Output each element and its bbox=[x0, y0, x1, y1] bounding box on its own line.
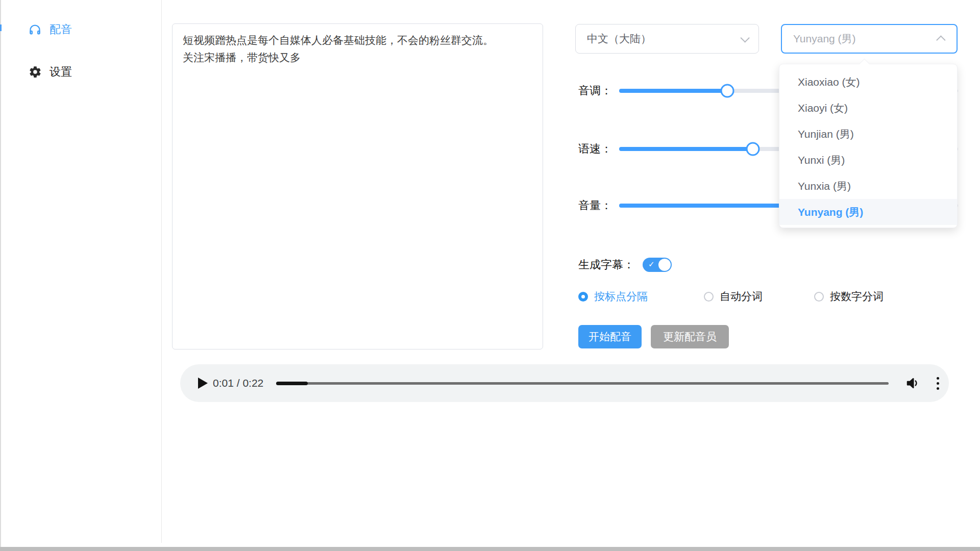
audio-player: 0:01 / 0:22 bbox=[180, 364, 949, 402]
start-dubbing-button[interactable]: 开始配音 bbox=[578, 325, 642, 348]
speed-slider-label: 语速： bbox=[578, 141, 612, 157]
gear-icon bbox=[28, 65, 42, 79]
split-mode-radio-group: 按标点分隔 自动分词 按数字分词 bbox=[578, 290, 884, 303]
subtitle-toggle-label: 生成字幕： bbox=[578, 257, 634, 272]
radio-unselected-icon bbox=[814, 292, 824, 302]
dropdown-notch bbox=[859, 59, 870, 69]
sidebar-item-label: 设置 bbox=[50, 64, 72, 80]
subtitle-toggle-switch[interactable]: ✓ bbox=[643, 258, 672, 272]
subtitle-toggle-row: 生成字幕： ✓ bbox=[578, 257, 672, 272]
dot bbox=[937, 387, 939, 390]
radio-label: 自动分词 bbox=[720, 289, 763, 304]
radio-selected-icon bbox=[578, 292, 588, 302]
speaker-icon bbox=[905, 375, 920, 391]
overflow-menu-button[interactable] bbox=[932, 374, 944, 392]
sidebar-item-label: 配音 bbox=[50, 22, 72, 37]
language-select[interactable]: 中文（大陆） bbox=[575, 24, 759, 54]
volume-button[interactable] bbox=[904, 374, 921, 392]
pitch-slider-label: 音调： bbox=[578, 83, 612, 98]
radio-unselected-icon bbox=[704, 292, 714, 302]
update-voices-button[interactable]: 更新配音员 bbox=[651, 325, 729, 348]
pitch-slider-fill bbox=[619, 89, 727, 93]
voice-option[interactable]: Yunxia (男) bbox=[779, 173, 957, 199]
sidebar: 配音 设置 bbox=[1, 0, 161, 543]
dot bbox=[937, 382, 939, 385]
dot bbox=[937, 377, 939, 380]
speed-slider-fill bbox=[619, 147, 753, 151]
voice-select-value: Yunyang (男) bbox=[793, 32, 939, 46]
app-window: 配音 设置 短视频蹭热点是每个自媒体人必备基础技能，不会的粉丝群交流。 关注宋播… bbox=[0, 0, 980, 551]
headphones-icon bbox=[28, 23, 42, 37]
voice-option[interactable]: Xiaoxiao (女) bbox=[779, 69, 957, 95]
voice-option[interactable]: Xiaoyi (女) bbox=[779, 95, 957, 121]
language-select-value: 中文（大陆） bbox=[587, 32, 741, 46]
voice-option[interactable]: Yunxi (男) bbox=[779, 147, 957, 173]
sidebar-item-voiceover[interactable]: 配音 bbox=[1, 18, 161, 41]
radio-label: 按数字分词 bbox=[830, 289, 884, 304]
voice-options-dropdown: Xiaoxiao (女) Xiaoyi (女) Yunjian (男) Yunx… bbox=[779, 64, 958, 228]
toggle-knob bbox=[658, 259, 671, 271]
sidebar-divider bbox=[161, 0, 162, 543]
check-icon: ✓ bbox=[648, 260, 655, 269]
speed-slider-thumb[interactable] bbox=[746, 142, 760, 156]
radio-split-by-punctuation[interactable]: 按标点分隔 bbox=[578, 289, 687, 304]
volume-slider-label: 音量： bbox=[578, 198, 612, 213]
radio-label: 按标点分隔 bbox=[594, 289, 648, 304]
radio-split-by-number[interactable]: 按数字分词 bbox=[814, 289, 884, 304]
voice-option[interactable]: Yunjian (男) bbox=[779, 121, 957, 147]
play-icon bbox=[198, 378, 208, 389]
pitch-slider-thumb[interactable] bbox=[721, 84, 734, 98]
voice-select[interactable]: Yunyang (男) bbox=[781, 24, 958, 54]
chevron-down-icon bbox=[740, 33, 749, 42]
player-progress-played bbox=[276, 382, 308, 385]
sidebar-item-settings[interactable]: 设置 bbox=[1, 60, 161, 84]
player-time: 0:01 / 0:22 bbox=[213, 364, 263, 402]
voice-option-selected[interactable]: Yunyang (男) bbox=[779, 199, 957, 225]
script-text-input[interactable]: 短视频蹭热点是每个自媒体人必备基础技能，不会的粉丝群交流。 关注宋播播，带货快又… bbox=[172, 23, 543, 349]
play-button[interactable] bbox=[191, 373, 212, 393]
radio-auto-segmentation[interactable]: 自动分词 bbox=[704, 289, 797, 304]
player-progress-bar[interactable] bbox=[276, 382, 889, 385]
window-bottom-edge bbox=[0, 547, 980, 551]
edge-accent-indicator bbox=[0, 24, 2, 31]
